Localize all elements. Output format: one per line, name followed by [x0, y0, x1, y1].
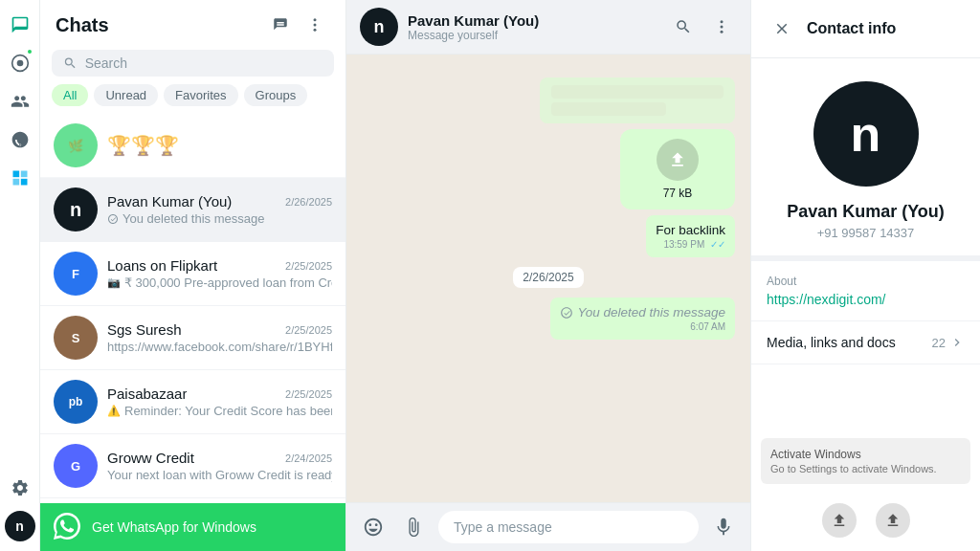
message-bubble: For backlink 13:59 PM ✓✓	[646, 215, 735, 257]
list-item[interactable]: n Pavan Kumar (You) 2/26/2025 You delete…	[40, 178, 345, 242]
file-size: 77 kB	[663, 187, 693, 200]
list-item[interactable]: F Loans on Flipkart 2/25/2025 📷 ₹ 300,00…	[40, 242, 345, 306]
chat-preview: 📷 ₹ 300,000 Pre-approved loan from Credi…	[107, 276, 332, 290]
nav-settings[interactable]	[3, 471, 37, 505]
emoji-button[interactable]	[358, 512, 389, 542]
svg-point-11	[721, 31, 724, 33]
chat-info: 🏆🏆🏆	[107, 134, 332, 157]
svg-rect-2	[12, 171, 19, 178]
chat-date: 2/24/2025	[285, 452, 332, 464]
chat-date: 2/25/2025	[285, 324, 332, 336]
contact-panel: Contact info n Pavan Kumar (You) +91 995…	[750, 0, 980, 551]
chat-info: Loans on Flipkart 2/25/2025 📷 ₹ 300,000 …	[107, 257, 332, 290]
list-item[interactable]: 🌿 🏆🏆🏆	[40, 114, 345, 178]
svg-point-7	[314, 24, 317, 27]
media-count: 22	[932, 336, 946, 350]
sidebar-title: Chats	[56, 14, 109, 36]
chat-name: Loans on Flipkart	[107, 257, 217, 274]
nav-chats[interactable]	[3, 8, 37, 42]
contact-name-large: Pavan Kumar (You)	[751, 202, 980, 222]
download-icon-2[interactable]	[876, 503, 910, 538]
chat-preview: Your next loan with Groww Credit is read…	[107, 468, 332, 482]
chat-input-bar	[346, 502, 750, 551]
search-chat-button[interactable]	[668, 11, 699, 42]
more-options-button[interactable]	[300, 10, 330, 40]
svg-rect-5	[20, 179, 27, 186]
chat-preview: You deleted this message	[107, 211, 332, 226]
close-contact-panel-button[interactable]	[767, 13, 797, 44]
avatar: S	[54, 316, 98, 360]
contact-header: Contact info	[751, 0, 980, 58]
chat-date: 2/26/2025	[285, 196, 332, 208]
message-input[interactable]	[438, 511, 699, 543]
chat-info: Groww Credit 2/24/2025 Your next loan wi…	[107, 450, 332, 482]
message-text: For backlink	[656, 223, 725, 237]
svg-point-9	[721, 20, 724, 23]
media-count-area: 22	[932, 335, 965, 350]
chat-panel-status: Message yourself	[408, 29, 658, 42]
nav-user-avatar[interactable]: n	[3, 509, 37, 543]
message-time: 6:07 AM	[560, 321, 725, 332]
download-icon[interactable]	[657, 139, 699, 181]
list-item[interactable]: S Sgs Suresh 2/25/2025 https://www.faceb…	[40, 306, 345, 370]
chat-info: Paisabazaar 2/25/2025 ⚠️ Reminder: Your …	[107, 386, 332, 418]
about-value: https://nexdigit.com/	[767, 292, 965, 307]
activate-windows-text: Go to Settings to activate Windows.	[770, 463, 961, 474]
new-chat-button[interactable]	[265, 10, 296, 40]
chat-panel: n Pavan Kumar (You) Message yourself	[346, 0, 750, 551]
svg-point-10	[721, 26, 724, 29]
activate-windows-box: Activate Windows Go to Settings to activ…	[761, 438, 970, 484]
date-divider: 2/26/2025	[513, 267, 583, 288]
svg-rect-3	[20, 171, 27, 178]
chat-list: n Pavan Kumar (You) 2/26/2025 You delete…	[40, 178, 345, 503]
contact-about-section: About https://nexdigit.com/	[751, 261, 980, 321]
activate-windows-title: Activate Windows	[770, 448, 961, 461]
search-input[interactable]	[85, 55, 323, 71]
avatar: pb	[54, 380, 98, 424]
chat-preview: ⚠️ Reminder: Your Credit Score has been …	[107, 404, 332, 418]
svg-point-8	[314, 29, 317, 32]
chat-name: Sgs Suresh	[107, 321, 182, 338]
nav-microsoft[interactable]	[3, 161, 37, 195]
whatsapp-footer[interactable]: Get WhatsApp for Windows	[40, 503, 345, 551]
chat-name: Pavan Kumar (You)	[107, 193, 232, 209]
filter-tab-favorites[interactable]: Favorites	[164, 84, 237, 106]
list-item[interactable]: pb Paisabazaar 2/25/2025 ⚠️ Reminder: Yo…	[40, 370, 345, 434]
chat-panel-header: n Pavan Kumar (You) Message yourself	[346, 0, 750, 55]
chat-info: Pavan Kumar (You) 2/26/2025 You deleted …	[107, 193, 332, 226]
media-section[interactable]: Media, links and docs 22	[751, 321, 980, 364]
more-chat-options-button[interactable]	[706, 11, 737, 42]
chat-panel-name: Pavan Kumar (You)	[408, 12, 658, 29]
deleted-text: You deleted this message	[560, 305, 725, 320]
contact-panel-title: Contact info	[807, 20, 896, 37]
list-item[interactable]: G Groww Credit 2/24/2025 Your next loan …	[40, 434, 345, 498]
media-label: Media, links and docs	[767, 335, 896, 350]
chat-date: 2/25/2025	[285, 388, 332, 400]
contact-phone: +91 99587 14337	[751, 226, 980, 240]
chat-messages: 77 kB For backlink 13:59 PM ✓✓ 2/26/2025…	[346, 55, 750, 502]
avatar: n	[54, 187, 98, 231]
chat-name: Groww Credit	[107, 450, 194, 466]
nav-status[interactable]	[3, 46, 37, 80]
chat-date: 2/25/2025	[285, 260, 332, 272]
chat-info: Sgs Suresh 2/25/2025 https://www.faceboo…	[107, 321, 332, 354]
sidebar-header: Chats	[40, 0, 345, 46]
download-icons-area	[751, 494, 980, 551]
file-message: 77 kB	[620, 129, 735, 209]
download-icon-1[interactable]	[822, 503, 857, 538]
about-label: About	[767, 275, 965, 288]
filter-tabs: All Unread Favorites Groups	[40, 84, 345, 114]
attach-button[interactable]	[398, 512, 429, 542]
avatar: F	[54, 252, 98, 296]
search-bar	[52, 50, 334, 77]
nav-communities[interactable]	[3, 122, 37, 157]
search-icon	[63, 55, 78, 71]
filter-tab-groups[interactable]: Groups	[244, 84, 308, 106]
voice-button[interactable]	[708, 512, 739, 542]
filter-tab-all[interactable]: All	[52, 84, 88, 106]
nav-bar: n	[0, 0, 40, 551]
nav-contacts[interactable]	[3, 84, 37, 119]
chat-preview: https://www.facebook.com/share/r/1BYHfAM…	[107, 340, 332, 354]
contact-avatar-large: n	[813, 81, 919, 187]
filter-tab-unread[interactable]: Unread	[94, 84, 158, 106]
